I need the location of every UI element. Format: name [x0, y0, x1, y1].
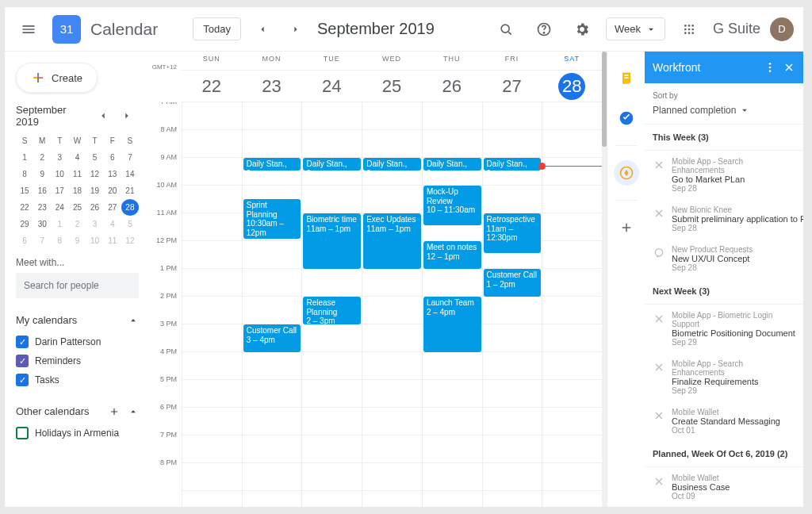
day-column[interactable]: [542, 102, 602, 507]
event[interactable]: Meet on notes12 – 1pm: [423, 241, 481, 269]
day-number[interactable]: 23: [242, 71, 302, 102]
event[interactable]: Biometric time11am – 1pm: [303, 213, 361, 269]
prev-week-button[interactable]: [251, 17, 274, 41]
mini-day[interactable]: 8: [16, 166, 33, 182]
mini-day[interactable]: 2: [68, 216, 86, 232]
wf-item[interactable]: Mobile App - Search EnhancementsGo to Ma…: [645, 151, 803, 199]
calendar-item[interactable]: ✓Tasks: [16, 370, 139, 389]
event[interactable]: Daily Stan., 9am: [243, 158, 301, 171]
day-number[interactable]: 28: [542, 71, 602, 102]
mini-day[interactable]: 27: [104, 199, 121, 216]
mini-next[interactable]: [115, 104, 139, 128]
calendar-item[interactable]: ✓Reminders: [16, 351, 139, 370]
search-people-input[interactable]: [16, 273, 139, 298]
apps-icon[interactable]: [675, 15, 703, 44]
sort-value[interactable]: Planned completion: [645, 103, 803, 125]
workfront-addon-icon[interactable]: [614, 160, 639, 186]
event[interactable]: Release Planning2 – 3pm: [303, 297, 361, 324]
today-button[interactable]: Today: [193, 17, 241, 40]
mini-day[interactable]: 21: [121, 182, 139, 199]
mini-day[interactable]: 30: [33, 216, 51, 232]
mini-day[interactable]: 24: [51, 199, 68, 216]
wf-item[interactable]: Mobile App - Biometric Login SupportBiom…: [645, 305, 803, 353]
other-calendars-toggle[interactable]: Other calendars: [16, 405, 139, 417]
day-column[interactable]: Daily Stan., 9amMock-Up Review10 – 11:30…: [422, 102, 482, 507]
event[interactable]: Retrospective11am – 12:30pm: [484, 213, 542, 253]
mini-day[interactable]: 17: [51, 182, 68, 199]
calendar-item[interactable]: ✓Darin Patterson: [16, 332, 139, 351]
tasks-icon[interactable]: [614, 105, 639, 131]
mini-day[interactable]: 9: [68, 232, 86, 249]
mini-day[interactable]: 6: [16, 232, 33, 249]
day-column[interactable]: Daily Stan., 9amSprint Planning10:30am –…: [242, 102, 302, 507]
mini-day[interactable]: 5: [86, 149, 104, 166]
event[interactable]: Mock-Up Review10 – 11:30am: [423, 186, 481, 225]
mini-day[interactable]: 3: [51, 149, 68, 166]
mini-day[interactable]: 16: [33, 182, 51, 199]
mini-day[interactable]: 11: [68, 166, 86, 182]
settings-button[interactable]: [568, 15, 596, 44]
mini-day[interactable]: 22: [16, 199, 33, 216]
wf-item[interactable]: Mobile WalletBusiness CaseOct 09: [645, 467, 803, 507]
mini-day[interactable]: 13: [104, 166, 121, 182]
day-number[interactable]: 26: [422, 71, 482, 102]
mini-day[interactable]: 3: [86, 216, 104, 232]
day-number[interactable]: 24: [301, 71, 362, 102]
help-button[interactable]: [530, 15, 558, 44]
add-calendar-icon[interactable]: [109, 406, 120, 417]
mini-day[interactable]: 8: [51, 232, 68, 249]
mini-day[interactable]: 1: [51, 216, 68, 232]
event[interactable]: Sprint Planning10:30am – 12pm: [243, 199, 301, 239]
mini-day[interactable]: 28: [121, 199, 139, 216]
mini-day[interactable]: 9: [33, 166, 51, 182]
mini-day[interactable]: 29: [16, 216, 33, 232]
day-column[interactable]: Daily Stan., 9amExec Updates11am – 1pm: [362, 102, 422, 507]
day-column[interactable]: [182, 102, 242, 507]
my-calendars-toggle[interactable]: My calendars: [16, 314, 139, 326]
wf-group-header[interactable]: This Week (3): [645, 125, 803, 151]
day-column[interactable]: Daily Stan., 9amRetrospective11am – 12:3…: [482, 102, 542, 507]
checkbox[interactable]: [16, 427, 29, 439]
day-column[interactable]: Daily Stan., 9amBiometric time11am – 1pm…: [301, 102, 362, 507]
mini-day[interactable]: 4: [68, 149, 86, 166]
day-number[interactable]: 25: [362, 71, 422, 102]
calendar-item[interactable]: Holidays in Armenia: [16, 424, 139, 443]
checkbox[interactable]: ✓: [16, 355, 29, 367]
checkbox[interactable]: ✓: [16, 374, 29, 386]
next-week-button[interactable]: [284, 17, 308, 41]
mini-day[interactable]: 2: [33, 149, 51, 166]
mini-day[interactable]: 5: [121, 216, 139, 232]
event[interactable]: Daily Stan., 9am: [484, 158, 542, 171]
mini-day[interactable]: 20: [104, 182, 121, 199]
mini-day[interactable]: 4: [104, 216, 121, 232]
mini-day[interactable]: 19: [86, 182, 104, 199]
mini-calendar[interactable]: September 2019 SMTWTFS123456789101112131…: [5, 104, 150, 249]
day-number[interactable]: 27: [482, 71, 542, 102]
wf-group-header[interactable]: Planned, Week Of Oct 6, 2019 (2): [645, 441, 803, 467]
mini-day[interactable]: 15: [16, 182, 33, 199]
scrollbar[interactable]: [602, 52, 607, 507]
event[interactable]: Daily Stan., 9am: [423, 158, 481, 171]
mini-day[interactable]: 18: [68, 182, 86, 199]
hamburger-menu[interactable]: [14, 15, 43, 44]
event[interactable]: Launch Team2 – 4pm: [423, 297, 481, 352]
mini-day[interactable]: 14: [121, 166, 139, 182]
wf-item[interactable]: Mobile App - Search EnhancementsFinalize…: [645, 353, 803, 401]
day-number[interactable]: 22: [182, 71, 242, 102]
wf-item[interactable]: New Product RequestsNew UX/UI ConceptSep…: [645, 239, 803, 278]
search-button[interactable]: [492, 15, 520, 44]
keep-icon[interactable]: [614, 66, 639, 91]
event[interactable]: Exec Updates11am – 1pm: [363, 213, 421, 269]
event[interactable]: Daily Stan., 9am: [363, 158, 421, 171]
workfront-menu-icon[interactable]: [764, 61, 776, 74]
mini-day[interactable]: 25: [68, 199, 86, 216]
mini-day[interactable]: 26: [86, 199, 104, 216]
wf-item[interactable]: Mobile WalletCreate Standard MessagingOc…: [645, 401, 803, 441]
mini-day[interactable]: 12: [86, 166, 104, 182]
event[interactable]: Customer Call3 – 4pm: [243, 324, 301, 352]
wf-item[interactable]: New Bionic KneeSubmit preliminary applic…: [645, 199, 803, 239]
mini-day[interactable]: 1: [16, 149, 33, 166]
mini-day[interactable]: 7: [121, 149, 139, 166]
mini-day[interactable]: 10: [86, 232, 104, 249]
mini-prev[interactable]: [91, 104, 115, 128]
